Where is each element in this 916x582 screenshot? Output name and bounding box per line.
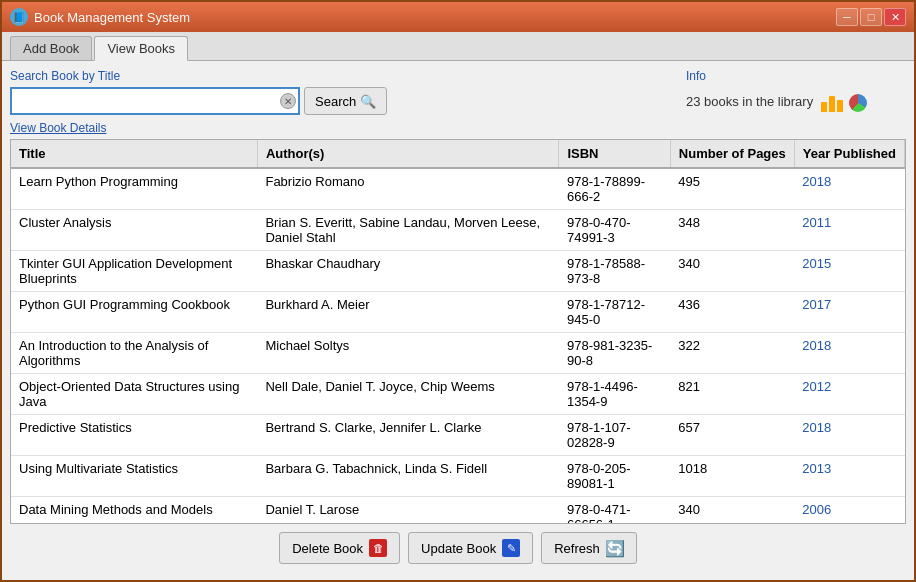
bottom-bar: Delete Book 🗑 Update Book ✎ Refresh 🔄 (10, 524, 906, 572)
close-button[interactable]: ✕ (884, 8, 906, 26)
cell-pages: 495 (670, 168, 794, 210)
table-row[interactable]: Data Mining Methods and Models Daniel T.… (11, 497, 905, 525)
update-icon: ✎ (502, 539, 520, 557)
app-icon: 📘 (10, 8, 28, 26)
header-year: Year Published (794, 140, 904, 168)
refresh-label: Refresh (554, 541, 600, 556)
delete-book-label: Delete Book (292, 541, 363, 556)
search-input[interactable] (10, 87, 300, 115)
title-bar-left: 📘 Book Management System (10, 8, 190, 26)
table-row[interactable]: An Introduction to the Analysis of Algor… (11, 333, 905, 374)
search-section: Search Book by Title ✕ Search 🔍 (10, 69, 670, 115)
cell-pages: 348 (670, 210, 794, 251)
table-row[interactable]: Learn Python Programming Fabrizio Romano… (11, 168, 905, 210)
table-row[interactable]: Using Multivariate Statistics Barbara G.… (11, 456, 905, 497)
cell-title: Using Multivariate Statistics (11, 456, 257, 497)
books-table: Title Author(s) ISBN Number of Pages Yea… (11, 140, 905, 524)
cell-authors: Fabrizio Romano (257, 168, 559, 210)
chart-bar-2 (829, 96, 835, 112)
cell-title: Object-Oriented Data Structures using Ja… (11, 374, 257, 415)
cell-title: Learn Python Programming (11, 168, 257, 210)
cell-isbn: 978-0-471-66656-1 (559, 497, 670, 525)
info-section: Info 23 books in the library (686, 69, 906, 115)
cell-year: 2013 (794, 456, 904, 497)
cell-pages: 821 (670, 374, 794, 415)
header-isbn: ISBN (559, 140, 670, 168)
table-row[interactable]: Object-Oriented Data Structures using Ja… (11, 374, 905, 415)
cell-authors: Nell Dale, Daniel T. Joyce, Chip Weems (257, 374, 559, 415)
cell-pages: 1018 (670, 456, 794, 497)
window-controls: ─ □ ✕ (836, 8, 906, 26)
cell-title: Cluster Analysis (11, 210, 257, 251)
search-input-wrapper: ✕ (10, 87, 300, 115)
cell-year: 2018 (794, 333, 904, 374)
table-row[interactable]: Predictive Statistics Bertrand S. Clarke… (11, 415, 905, 456)
search-button-label: Search (315, 94, 356, 109)
title-bar: 📘 Book Management System ─ □ ✕ (2, 2, 914, 32)
cell-authors: Brian S. Everitt, Sabine Landau, Morven … (257, 210, 559, 251)
refresh-icon: 🔄 (606, 539, 624, 557)
content-area: Search Book by Title ✕ Search 🔍 Info 23 (2, 61, 914, 580)
cell-pages: 657 (670, 415, 794, 456)
books-table-container[interactable]: Title Author(s) ISBN Number of Pages Yea… (10, 139, 906, 524)
cell-authors: Barbara G. Tabachnick, Linda S. Fidell (257, 456, 559, 497)
cell-year: 2018 (794, 415, 904, 456)
chart-icon (821, 90, 867, 112)
maximize-button[interactable]: □ (860, 8, 882, 26)
info-text: 23 books in the library (686, 94, 813, 109)
header-authors: Author(s) (257, 140, 559, 168)
cell-pages: 322 (670, 333, 794, 374)
header-pages: Number of Pages (670, 140, 794, 168)
minimize-button[interactable]: ─ (836, 8, 858, 26)
cell-pages: 340 (670, 497, 794, 525)
cell-title: Python GUI Programming Cookbook (11, 292, 257, 333)
cell-authors: Bertrand S. Clarke, Jennifer L. Clarke (257, 415, 559, 456)
tabs-bar: Add Book View Books (2, 32, 914, 61)
cell-isbn: 978-1-78899-666-2 (559, 168, 670, 210)
chart-bar-1 (821, 102, 827, 112)
info-label: Info (686, 69, 906, 83)
search-icon: 🔍 (360, 94, 376, 109)
search-input-row: ✕ Search 🔍 (10, 87, 670, 115)
cell-year: 2017 (794, 292, 904, 333)
table-row[interactable]: Tkinter GUI Application Development Blue… (11, 251, 905, 292)
cell-pages: 436 (670, 292, 794, 333)
cell-title: Tkinter GUI Application Development Blue… (11, 251, 257, 292)
info-content: 23 books in the library (686, 87, 906, 115)
cell-year: 2015 (794, 251, 904, 292)
cell-isbn: 978-1-78588-973-8 (559, 251, 670, 292)
chart-bar-3 (837, 100, 843, 112)
main-window: 📘 Book Management System ─ □ ✕ Add Book … (0, 0, 916, 582)
cell-isbn: 978-981-3235-90-8 (559, 333, 670, 374)
cell-isbn: 978-1-4496-1354-9 (559, 374, 670, 415)
search-button[interactable]: Search 🔍 (304, 87, 387, 115)
cell-pages: 340 (670, 251, 794, 292)
view-book-details-link[interactable]: View Book Details (10, 121, 906, 135)
cell-authors: Burkhard A. Meier (257, 292, 559, 333)
cell-title: Data Mining Methods and Models (11, 497, 257, 525)
window-title: Book Management System (34, 10, 190, 25)
cell-year: 2012 (794, 374, 904, 415)
table-row[interactable]: Python GUI Programming Cookbook Burkhard… (11, 292, 905, 333)
cell-title: An Introduction to the Analysis of Algor… (11, 333, 257, 374)
cell-year: 2011 (794, 210, 904, 251)
clear-button[interactable]: ✕ (280, 93, 296, 109)
tab-add-book[interactable]: Add Book (10, 36, 92, 60)
cell-year: 2018 (794, 168, 904, 210)
delete-book-button[interactable]: Delete Book 🗑 (279, 532, 400, 564)
search-info-row: Search Book by Title ✕ Search 🔍 Info 23 (10, 69, 906, 115)
table-row[interactable]: Cluster Analysis Brian S. Everitt, Sabin… (11, 210, 905, 251)
cell-authors: Michael Soltys (257, 333, 559, 374)
table-header-row: Title Author(s) ISBN Number of Pages Yea… (11, 140, 905, 168)
tab-view-books[interactable]: View Books (94, 36, 188, 61)
delete-icon: 🗑 (369, 539, 387, 557)
cell-isbn: 978-1-78712-945-0 (559, 292, 670, 333)
refresh-button[interactable]: Refresh 🔄 (541, 532, 637, 564)
cell-isbn: 978-0-470-74991-3 (559, 210, 670, 251)
chart-circle (849, 94, 867, 112)
update-book-button[interactable]: Update Book ✎ (408, 532, 533, 564)
header-title: Title (11, 140, 257, 168)
update-book-label: Update Book (421, 541, 496, 556)
cell-isbn: 978-0-205-89081-1 (559, 456, 670, 497)
cell-year: 2006 (794, 497, 904, 525)
